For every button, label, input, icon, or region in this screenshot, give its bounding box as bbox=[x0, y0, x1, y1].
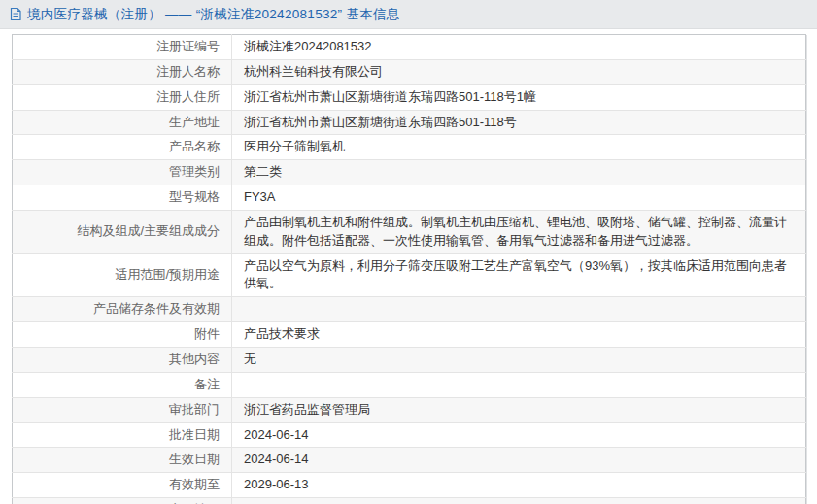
table-row: 产品储存条件及有效期 bbox=[13, 297, 806, 322]
row-label-text: 附件 bbox=[194, 326, 220, 341]
row-label: 产品名称 bbox=[13, 135, 232, 160]
row-label-text: 注册人名称 bbox=[156, 64, 220, 79]
row-label-text: 备注 bbox=[194, 377, 220, 391]
row-label-text: 管理类别 bbox=[169, 164, 220, 179]
row-label-text: 批准日期 bbox=[169, 427, 220, 442]
row-label: 备注 bbox=[13, 372, 232, 397]
row-value bbox=[232, 372, 806, 397]
row-label-text: 型号规格 bbox=[169, 189, 220, 204]
row-value: 浙江省杭州市萧山区新塘街道东瑞四路501-118号1幢 bbox=[232, 84, 806, 110]
row-value: 浙江省药品监督管理局 bbox=[232, 397, 806, 422]
table-row: 产品名称 医用分子筛制氧机 bbox=[13, 135, 806, 160]
row-label-text: 生效日期 bbox=[169, 452, 220, 466]
row-label: 有效期至 bbox=[13, 473, 232, 498]
row-value: FY3A bbox=[232, 185, 806, 211]
row-label: 生产地址 bbox=[13, 110, 232, 135]
table-row: 其他内容 无 bbox=[13, 347, 806, 372]
row-value: 浙江省杭州市萧山区新塘街道东瑞四路501-118号 bbox=[232, 110, 806, 135]
row-value: 产品以空气为原料，利用分子筛变压吸附工艺生产富氧空气（93%氧），按其临床适用范… bbox=[232, 253, 806, 297]
row-label-text: 其他内容 bbox=[169, 352, 220, 366]
row-value bbox=[232, 297, 806, 322]
row-label: 变更情况 bbox=[13, 498, 232, 504]
row-label-text: 注册人住所 bbox=[156, 89, 220, 104]
row-label: 其他内容 bbox=[13, 347, 232, 372]
row-label: 产品储存条件及有效期 bbox=[13, 297, 232, 322]
page-title: 境内医疗器械（注册） —— “浙械注准20242081532” 基本信息 bbox=[27, 6, 400, 23]
table-row: 注册证编号 浙械注准20242081532 bbox=[13, 35, 806, 60]
row-label: 审批部门 bbox=[13, 397, 232, 422]
row-label: 管理类别 bbox=[13, 160, 232, 185]
row-label-text: 有效期至 bbox=[169, 477, 220, 491]
table-row: 变更情况 bbox=[13, 498, 806, 504]
row-label: 结构及组成/主要组成成分 bbox=[13, 210, 232, 253]
row-value: 无 bbox=[232, 347, 806, 372]
row-value: 2024-06-14 bbox=[232, 422, 806, 448]
table-row: 型号规格 FY3A bbox=[13, 185, 806, 211]
table-row: 附件 产品技术要求 bbox=[13, 322, 806, 348]
row-value: 杭州科兰铂科技有限公司 bbox=[232, 59, 806, 84]
table-row: 注册人名称 杭州科兰铂科技有限公司 bbox=[13, 59, 806, 84]
row-label-text: 注册证编号 bbox=[156, 39, 220, 53]
row-label: 注册人名称 bbox=[13, 59, 232, 84]
row-label: 附件 bbox=[13, 322, 232, 348]
table-row: 审批部门 浙江省药品监督管理局 bbox=[13, 397, 806, 422]
document-icon bbox=[9, 7, 22, 21]
row-value: 产品技术要求 bbox=[232, 322, 806, 348]
table-row: 有效期至 2029-06-13 bbox=[13, 473, 806, 498]
table-row: 注册人住所 浙江省杭州市萧山区新塘街道东瑞四路501-118号1幢 bbox=[13, 84, 806, 110]
row-value: 医用分子筛制氧机 bbox=[232, 135, 806, 160]
row-value: 第二类 bbox=[232, 160, 806, 185]
row-label: 适用范围/预期用途 bbox=[13, 253, 232, 297]
row-label: 生效日期 bbox=[13, 448, 232, 473]
row-label-text: 产品名称 bbox=[169, 139, 220, 153]
info-table: 注册证编号 浙械注准20242081532 注册人名称 杭州科兰铂科技有限公司 … bbox=[12, 34, 806, 504]
row-label: 注册证编号 bbox=[13, 35, 232, 60]
info-table-body: 注册证编号 浙械注准20242081532 注册人名称 杭州科兰铂科技有限公司 … bbox=[13, 35, 806, 504]
page-header: 境内医疗器械（注册） —— “浙械注准20242081532” 基本信息 bbox=[0, 0, 817, 29]
row-label: 型号规格 bbox=[13, 185, 232, 211]
table-row: 管理类别 第二类 bbox=[13, 160, 806, 185]
row-label: 批准日期 bbox=[13, 422, 232, 448]
table-row: 批准日期 2024-06-14 bbox=[13, 422, 806, 448]
row-label: 注册人住所 bbox=[13, 84, 232, 110]
table-row: 适用范围/预期用途 产品以空气为原料，利用分子筛变压吸附工艺生产富氧空气（93%… bbox=[13, 253, 806, 297]
row-label-text: 产品储存条件及有效期 bbox=[93, 301, 220, 316]
row-label-text: 结构及组成/主要组成成分 bbox=[77, 223, 220, 238]
row-value: 浙械注准20242081532 bbox=[232, 35, 806, 60]
table-row: 结构及组成/主要组成成分 产品由制氧机主机和附件组成。制氧机主机由压缩机、锂电池… bbox=[13, 210, 806, 253]
table-row: 生效日期 2024-06-14 bbox=[13, 448, 806, 473]
row-value: 2029-06-13 bbox=[232, 473, 806, 498]
row-label-text: 生产地址 bbox=[169, 115, 220, 129]
row-value bbox=[232, 498, 806, 504]
row-label-text: 审批部门 bbox=[169, 402, 220, 417]
row-label-text: 适用范围/预期用途 bbox=[115, 267, 220, 282]
table-row: 生产地址 浙江省杭州市萧山区新塘街道东瑞四路501-118号 bbox=[13, 110, 806, 135]
row-value: 产品由制氧机主机和附件组成。制氧机主机由压缩机、锂电池、吸附塔、储气罐、控制器、… bbox=[232, 210, 806, 253]
row-value: 2024-06-14 bbox=[232, 448, 806, 473]
table-row: 备注 bbox=[13, 372, 806, 397]
